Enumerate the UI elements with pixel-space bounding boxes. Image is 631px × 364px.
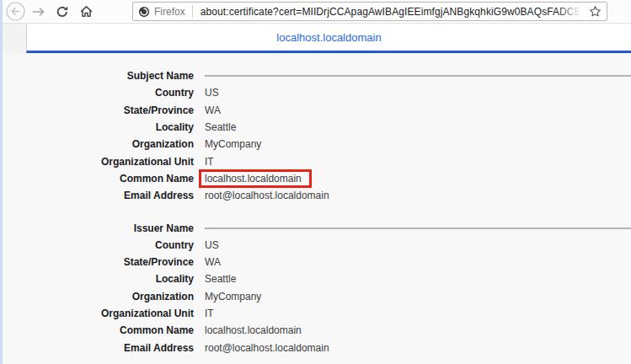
detail-row: Email Address root@localhost.localdomain [0,339,631,356]
reload-button[interactable] [52,2,72,22]
home-button[interactable] [76,2,96,22]
detail-row: Country US [0,84,631,101]
detail-row: Organizational Unit IT [0,153,631,169]
bookmark-star-icon [589,5,602,18]
identity-box[interactable]: Firefox [138,6,192,18]
section-divider [205,75,631,77]
reload-icon [56,5,69,19]
section-heading-row: Subject Name [0,67,631,84]
subject-name-section: Subject Name Country US State/Province W… [0,67,631,204]
brand-label: Firefox [154,6,185,18]
detail-row: Organization MyCompany [0,288,631,305]
firefox-logo-icon [138,6,150,18]
url-text: about:certificate?cert=MIIDrjCCApagAwIBA… [201,6,586,18]
detail-row: State/Province WA [0,102,631,119]
detail-row: Organization MyCompany [0,136,631,153]
detail-row: Locality Seattle [0,270,631,287]
cert-tab-localhost[interactable]: localhost.localdomain [26,24,631,53]
forward-icon [32,5,45,19]
back-icon [6,2,25,21]
detail-row: Email Address root@localhost.localdomain [0,187,631,204]
detail-row: Common Name localhost.localdomain [0,322,631,339]
certificate-details: Subject Name Country US State/Province W… [0,53,631,364]
cert-tab-label: localhost.localdomain [276,31,381,44]
url-fade [557,3,586,20]
forward-button[interactable] [29,2,49,22]
address-bar[interactable]: Firefox about:certificate?cert=MIIDrjCCA… [132,2,607,21]
highlight-box: localhost.localdomain [199,169,312,188]
browser-toolbar: Firefox about:certificate?cert=MIIDrjCCA… [0,0,631,24]
detail-row: Country US [0,237,631,254]
back-button[interactable] [5,2,25,22]
detail-row-common-name: Common Name localhost.localdomain [0,170,631,187]
section-heading: Issuer Name [0,222,194,234]
common-name-value: localhost.localdomain [205,173,302,185]
cert-chain-tabstrip: localhost.localdomain [0,24,631,53]
window-edge [0,0,3,364]
section-heading: Subject Name [0,70,194,82]
home-icon [79,4,94,19]
url-field[interactable]: about:certificate?cert=MIIDrjCCApagAwIBA… [193,3,586,20]
issuer-name-section: Issuer Name Country US State/Province WA… [0,219,631,356]
bookmark-button[interactable] [586,5,602,18]
detail-row: Locality Seattle [0,119,631,136]
section-divider [205,228,631,229]
detail-row: Organizational Unit IT [0,305,631,322]
tabstrip-gutter [0,24,26,53]
section-heading-row: Issuer Name [0,219,631,236]
detail-row: State/Province WA [0,254,631,270]
